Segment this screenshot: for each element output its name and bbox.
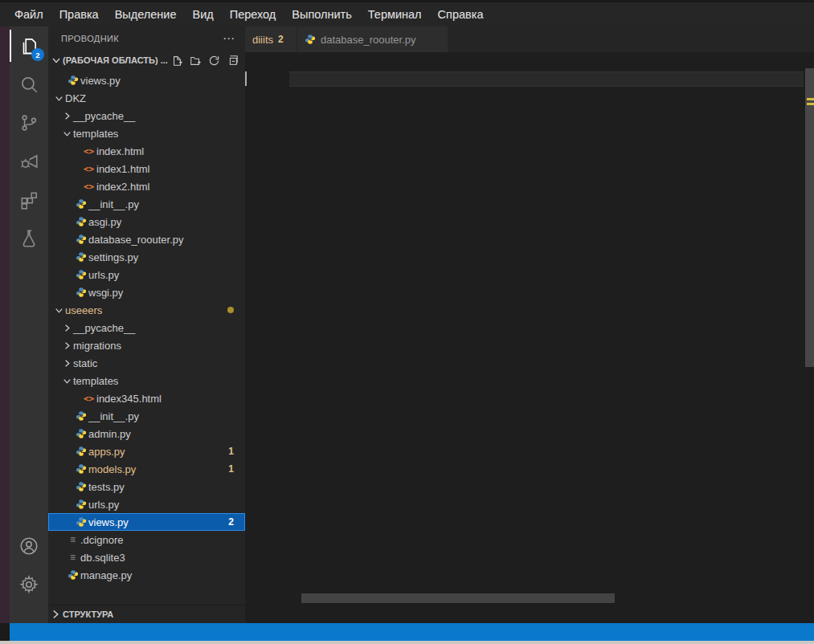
- chevron-down-icon: [53, 92, 65, 104]
- vertical-scrollbar-thumb[interactable]: [805, 68, 814, 367]
- tree-item-DKZ[interactable]: DKZ: [48, 89, 245, 107]
- menu-item-Выполнить[interactable]: Выполнить: [284, 2, 359, 26]
- extensions-icon: [18, 190, 39, 210]
- vertical-scrollbar[interactable]: [805, 68, 814, 623]
- tree-item-label: __init__.py: [88, 410, 139, 422]
- tree-item-label: urls.py: [88, 499, 119, 511]
- tree-item-useeers[interactable]: useeers: [48, 301, 245, 319]
- tree-item-label: index345.html: [96, 393, 162, 405]
- tab-bar: diiits2database_roouter.py: [245, 26, 814, 52]
- python-file-icon: [73, 234, 88, 245]
- html-file-icon: <>: [81, 393, 96, 404]
- workspace-label: (РАБОЧАЯ ОБЛАСТЬ) ...: [63, 55, 171, 65]
- new-folder-icon[interactable]: [190, 55, 202, 67]
- active-view-indicator: [10, 30, 11, 62]
- menu-item-Переход[interactable]: Переход: [222, 2, 284, 26]
- tree-item-label: settings.py: [88, 251, 138, 263]
- warning-mark: [807, 98, 814, 100]
- chevron-down-icon: [50, 54, 63, 67]
- tree-item-settings.py[interactable]: settings.py: [48, 248, 245, 266]
- tree-item-label: useeers: [65, 304, 102, 316]
- python-icon: [305, 34, 316, 45]
- python-file-icon: [73, 481, 88, 492]
- menu-item-Терминал[interactable]: Терминал: [360, 2, 430, 26]
- menu-item-Правка[interactable]: Правка: [51, 2, 107, 26]
- tree-item-admin.py[interactable]: admin.py: [48, 425, 245, 442]
- tree-item-urls.py[interactable]: urls.py: [48, 495, 245, 513]
- tree-item-.dcignore[interactable]: ≡.dcignore: [48, 531, 245, 548]
- menu-item-Файл[interactable]: Файл: [6, 2, 51, 26]
- tree-item-__init__.py[interactable]: __init__.py: [48, 407, 245, 425]
- tree-item-tests.py[interactable]: tests.py: [48, 478, 245, 495]
- minimap[interactable]: [747, 71, 804, 200]
- tree-item-index345.html[interactable]: <>index345.html: [48, 389, 245, 407]
- chevron-down-icon: [61, 128, 73, 140]
- tree-item-index.html[interactable]: <>index.html: [48, 142, 245, 160]
- activity-run-debug[interactable]: [10, 142, 48, 181]
- activity-accounts[interactable]: [10, 527, 48, 565]
- tree-item-templates[interactable]: templates: [48, 372, 245, 389]
- tree-item-asgi.py[interactable]: asgi.py: [48, 213, 245, 230]
- tree-item-__pycache__[interactable]: __pycache__: [48, 319, 245, 336]
- tree-item-wsgi.py[interactable]: wsgi.py: [48, 283, 245, 301]
- tree-item-__pycache__[interactable]: __pycache__: [48, 107, 245, 124]
- menu-item-Справка[interactable]: Справка: [430, 2, 492, 26]
- tab-diiits[interactable]: diiits2: [245, 26, 297, 52]
- tree-item-index1.html[interactable]: <>index1.html: [48, 160, 245, 177]
- activity-testing[interactable]: [10, 219, 48, 258]
- breadcrumb[interactable]: [245, 52, 814, 71]
- problem-count-badge: 2: [228, 516, 234, 528]
- tree-item-db.sqlite3[interactable]: ≡db.sqlite3: [48, 548, 245, 566]
- tree-item-templates[interactable]: templates: [48, 124, 245, 142]
- tree-item-migrations[interactable]: migrations: [48, 336, 245, 354]
- collapse-all-icon[interactable]: [227, 55, 239, 67]
- tree-item-label: templates: [73, 128, 118, 140]
- tree-item-static[interactable]: static: [48, 354, 245, 372]
- activity-source-control[interactable]: [10, 104, 48, 142]
- tree-item-label: __pycache__: [73, 110, 135, 122]
- tree-item-views.py[interactable]: views.py: [48, 71, 245, 89]
- tree-item-models.py[interactable]: models.py1: [48, 460, 245, 478]
- horizontal-scrollbar-thumb[interactable]: [301, 593, 615, 603]
- tree-item-index2.html[interactable]: <>index2.html: [48, 177, 245, 195]
- activity-bar: 2: [10, 26, 48, 623]
- tab-database_roouter.py[interactable]: database_roouter.py: [297, 26, 448, 52]
- explorer-more-actions-icon[interactable]: ⋯: [223, 31, 235, 46]
- python-file-icon: [73, 198, 88, 210]
- code-editor[interactable]: [245, 71, 814, 623]
- menu-bar: ФайлПравкаВыделениеВидПереходВыполнитьТе…: [0, 0, 814, 26]
- tree-item-database_roouter.py[interactable]: database_roouter.py: [48, 230, 245, 248]
- desktop-edge-bottom: [0, 623, 10, 641]
- activity-extensions[interactable]: [10, 181, 48, 219]
- tree-item-__init__.py[interactable]: __init__.py: [48, 195, 245, 213]
- explorer-title: ПРОВОДНИК: [61, 34, 119, 43]
- menu-item-Вид[interactable]: Вид: [184, 2, 221, 26]
- search-icon: [18, 74, 39, 95]
- tree-item-manage.py[interactable]: manage.py: [48, 566, 245, 584]
- run-debug-icon: [18, 151, 39, 172]
- refresh-icon[interactable]: [208, 55, 220, 67]
- new-file-icon[interactable]: [171, 55, 183, 67]
- editor-area: diiits2database_roouter.py: [245, 26, 814, 623]
- tree-item-urls.py[interactable]: urls.py: [48, 266, 245, 283]
- file-tree: views.pyDKZ__pycache__templates<>index.h…: [48, 71, 245, 584]
- activity-search[interactable]: [10, 65, 48, 104]
- tree-item-apps.py[interactable]: apps.py1: [48, 442, 245, 460]
- python-file-icon: [73, 463, 88, 475]
- tree-item-views.py[interactable]: views.py2: [48, 513, 245, 531]
- modified-dot: [227, 307, 234, 313]
- chevron-down-icon: [61, 375, 73, 387]
- tree-item-label: tests.py: [88, 481, 125, 493]
- menu-item-Выделение[interactable]: Выделение: [107, 2, 185, 26]
- tab-label: database_roouter.py: [321, 34, 416, 46]
- tree-item-label: static: [73, 357, 97, 369]
- activity-explorer[interactable]: 2: [10, 26, 48, 65]
- outline-section-header[interactable]: СТРУКТУРА: [48, 605, 245, 623]
- python-file-icon: [73, 446, 88, 457]
- outline-label: СТРУКТУРА: [63, 609, 113, 619]
- tree-item-label: db.sqlite3: [80, 552, 125, 564]
- activity-badge: 2: [31, 48, 44, 61]
- tree-item-label: __init__.py: [88, 198, 139, 210]
- workspace-section-header[interactable]: (РАБОЧАЯ ОБЛАСТЬ) ...: [48, 51, 245, 70]
- activity-settings[interactable]: [10, 565, 48, 604]
